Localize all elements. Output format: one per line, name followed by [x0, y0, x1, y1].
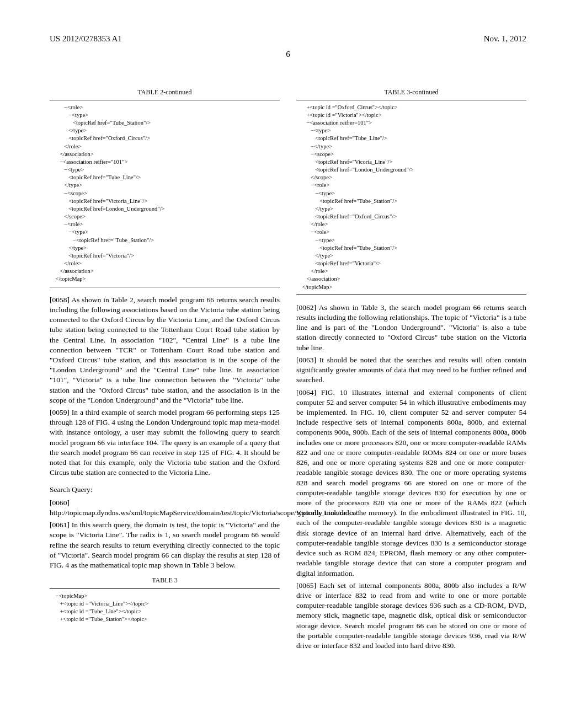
two-column-layout: TABLE 2-continued −<role> −<type> <topic…	[50, 82, 526, 654]
page-number: 6	[50, 49, 526, 60]
page-header: US 2012/0278353 A1 Nov. 1, 2012	[50, 33, 526, 44]
publication-number: US 2012/0278353 A1	[50, 33, 122, 44]
left-column: TABLE 2-continued −<role> −<type> <topic…	[50, 82, 280, 654]
paragraph-0058: [0058] As shown in Table 2, search model…	[50, 295, 280, 405]
paragraph-0059: [0059] In a third example of search mode…	[50, 408, 280, 478]
table-3-continued-title: TABLE 3-continued	[296, 88, 526, 97]
paragraph-0061: [0061] In this search query, the domain …	[50, 520, 280, 570]
search-query-heading: Search Query:	[50, 485, 280, 495]
table-3-title: TABLE 3	[50, 576, 280, 585]
table-2-code: −<role> −<type> <topicRef href="Tube_Sta…	[50, 100, 280, 287]
table-3-code: −<topicMap> +<topic id ="Victoria_Line">…	[50, 588, 280, 627]
table-2-continued-title: TABLE 2-continued	[50, 88, 280, 97]
paragraph-0064: [0064] FIG. 10 illustrates internal and …	[296, 388, 526, 579]
paragraph-0062: [0062] As shown in Table 3, the search m…	[296, 303, 526, 353]
publication-date: Nov. 1, 2012	[484, 33, 526, 44]
paragraph-0063: [0063] It should be noted that the searc…	[296, 355, 526, 386]
paragraph-0060: [0060] http://topicmap.dyndns.ws/xml/top…	[50, 498, 280, 518]
paragraph-0065: [0065] Each set of internal components 8…	[296, 581, 526, 651]
right-column: TABLE 3-continued +<topic id ="Oxford_Ci…	[296, 82, 526, 654]
table-3-continued-code: +<topic id ="Oxford_Circus"></topic> +<t…	[296, 100, 526, 295]
